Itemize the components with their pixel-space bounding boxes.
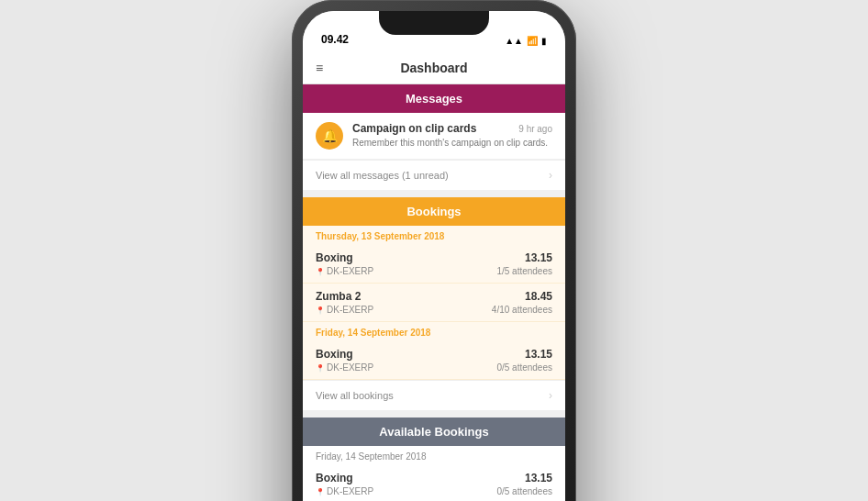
booking-time: 13.15 — [496, 348, 552, 361]
booking-attendees: 1/5 attendees — [496, 266, 552, 276]
booking-location: DK-EXERP — [316, 305, 373, 315]
bookings-section: Bookings Thursday, 13 September 2018 Box… — [303, 197, 565, 410]
view-all-bookings-row[interactable]: View all bookings › — [303, 380, 565, 410]
chevron-right-icon: › — [549, 389, 552, 402]
booking-name: Boxing — [316, 472, 373, 484]
message-icon: 🔔 — [316, 122, 343, 150]
booking-item[interactable]: Zumba 2 DK-EXERP 18.45 4/10 attendees — [303, 284, 565, 322]
view-all-messages-label: View all messages (1 unread) — [316, 170, 449, 181]
signal-icon: ▲▲ — [505, 36, 523, 46]
nav-bar: ≡ Dashboard — [303, 51, 565, 84]
messages-header: Messages — [303, 84, 565, 113]
booking-info: Boxing DK-EXERP — [316, 472, 373, 496]
booking-time: 18.45 — [492, 290, 552, 303]
status-time: 09.42 — [321, 33, 349, 46]
available-header: Available Bookings — [303, 418, 565, 446]
booking-name: Zumba 2 — [316, 290, 373, 303]
status-icons: ▲▲ 📶 ▮ — [505, 36, 547, 46]
notch — [379, 11, 489, 35]
booking-attendees: 0/5 attendees — [496, 486, 552, 496]
booking-name: Boxing — [316, 348, 373, 361]
menu-icon[interactable]: ≡ — [316, 61, 323, 75]
booking-info: Boxing DK-EXERP — [316, 348, 373, 373]
booking-location: DK-EXERP — [316, 266, 373, 276]
battery-icon: ▮ — [541, 36, 547, 46]
message-preview: Remember this month's campaign on clip c… — [352, 137, 552, 149]
main-content[interactable]: Messages 🔔 Campaign on clip cards 9 hr a… — [303, 84, 565, 501]
bookings-header: Bookings — [303, 197, 565, 226]
phone-frame: 09.42 ▲▲ 📶 ▮ ≡ Dashboard Messages 🔔 — [292, 0, 576, 501]
bookings-date-2: Friday, 14 September 2018 — [303, 322, 565, 341]
booking-time: 13.15 — [496, 472, 552, 484]
view-all-messages-row[interactable]: View all messages (1 unread) › — [303, 160, 565, 190]
view-all-bookings-label: View all bookings — [316, 390, 394, 401]
booking-right: 13.15 0/5 attendees — [496, 472, 552, 496]
message-item[interactable]: 🔔 Campaign on clip cards 9 hr ago Rememb… — [303, 113, 565, 160]
available-date-1: Friday, 14 September 2018 — [303, 446, 565, 465]
booking-item[interactable]: Boxing DK-EXERP 13.15 0/5 attendees — [303, 341, 565, 380]
booking-location: DK-EXERP — [316, 486, 373, 496]
bookings-date-1: Thursday, 13 September 2018 — [303, 226, 565, 245]
available-section: Available Bookings Friday, 14 September … — [303, 418, 565, 501]
message-time: 9 hr ago — [518, 124, 552, 134]
booking-location: DK-EXERP — [316, 362, 373, 373]
message-body: Campaign on clip cards 9 hr ago Remember… — [352, 122, 552, 149]
booking-right: 13.15 1/5 attendees — [496, 251, 552, 276]
booking-name: Boxing — [316, 251, 373, 264]
booking-info: Zumba 2 DK-EXERP — [316, 290, 373, 315]
message-title-row: Campaign on clip cards 9 hr ago — [352, 122, 552, 135]
message-title: Campaign on clip cards — [352, 122, 476, 135]
available-booking-item[interactable]: Boxing DK-EXERP 13.15 0/5 attendees — [303, 465, 565, 501]
wifi-icon: 📶 — [527, 36, 538, 46]
booking-attendees: 4/10 attendees — [492, 305, 552, 315]
booking-right: 13.15 0/5 attendees — [496, 348, 552, 373]
booking-right: 18.45 4/10 attendees — [492, 290, 552, 315]
messages-section: Messages 🔔 Campaign on clip cards 9 hr a… — [303, 84, 565, 190]
chevron-right-icon: › — [549, 169, 552, 182]
booking-info: Boxing DK-EXERP — [316, 251, 373, 276]
phone-screen: 09.42 ▲▲ 📶 ▮ ≡ Dashboard Messages 🔔 — [303, 11, 565, 501]
booking-time: 13.15 — [496, 251, 552, 264]
booking-attendees: 0/5 attendees — [496, 362, 552, 373]
nav-title: Dashboard — [400, 61, 467, 75]
booking-item[interactable]: Boxing DK-EXERP 13.15 1/5 attendees — [303, 245, 565, 284]
